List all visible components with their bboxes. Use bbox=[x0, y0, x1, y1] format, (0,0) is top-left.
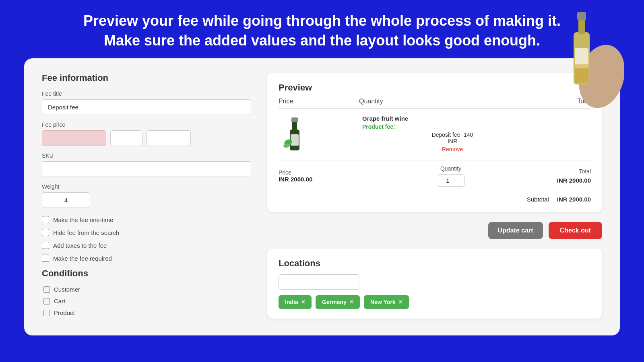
condition-product-checkbox[interactable] bbox=[43, 310, 50, 316]
product-fee-label: Product fee: bbox=[362, 123, 543, 130]
fee-title-label: Fee title bbox=[42, 90, 251, 97]
locations-title: Locations bbox=[279, 258, 591, 269]
checkbox-group: Make the fee one-time Hide fee from the … bbox=[42, 216, 251, 262]
sku-label: SKU bbox=[42, 152, 251, 159]
location-search-input[interactable] bbox=[279, 274, 359, 290]
location-tag-india[interactable]: India × bbox=[279, 295, 312, 309]
total-col: Total INR 2000.00 bbox=[543, 168, 591, 184]
condition-cart-checkbox[interactable] bbox=[43, 298, 50, 304]
weight-label: Weight bbox=[42, 183, 251, 190]
checkbox-one-time-input[interactable] bbox=[42, 216, 49, 223]
price-value: INR 2000.00 bbox=[279, 176, 359, 183]
wine-bottle-image bbox=[279, 113, 311, 154]
locations-card: Locations India × Germany × New York × bbox=[267, 249, 602, 319]
total-value: INR 2000.00 bbox=[543, 177, 591, 184]
checkbox-required-input[interactable] bbox=[42, 255, 49, 262]
fee-price-currency-input[interactable] bbox=[110, 130, 142, 146]
quantity-input[interactable] bbox=[437, 174, 465, 187]
location-tag-newyork-remove[interactable]: × bbox=[399, 298, 402, 306]
fee-price-unit-input[interactable] bbox=[147, 130, 191, 146]
quantity-col: Quantity bbox=[359, 165, 543, 187]
fee-price-amount-input[interactable] bbox=[42, 130, 106, 146]
checkout-button[interactable]: Check out bbox=[549, 222, 602, 239]
condition-customer-checkbox[interactable] bbox=[43, 286, 50, 293]
product-info: Grape fruit wine Product fee: Deposit fe… bbox=[359, 115, 543, 152]
deposit-fee-text: Deposit fee- 140 INR bbox=[362, 132, 543, 144]
svg-rect-2 bbox=[578, 18, 585, 34]
location-tags: India × Germany × New York × bbox=[279, 295, 591, 309]
checkbox-add-taxes-input[interactable] bbox=[42, 242, 49, 249]
checkbox-hide-search[interactable]: Hide fee from the search bbox=[42, 229, 251, 236]
svg-rect-9 bbox=[291, 134, 299, 146]
conditions-list: Customer Cart Product bbox=[42, 286, 251, 316]
fee-price-row bbox=[42, 130, 251, 146]
preview-product-row: Grape fruit wine Product fee: Deposit fe… bbox=[279, 113, 591, 154]
checkbox-one-time-label: Make the fee one-time bbox=[53, 216, 113, 223]
checkbox-hide-search-label: Hide fee from the search bbox=[53, 229, 119, 236]
preview-price-row: Price INR 2000.00 Quantity Total INR 200… bbox=[279, 160, 591, 187]
svg-rect-3 bbox=[577, 12, 586, 20]
checkbox-hide-search-input[interactable] bbox=[42, 229, 49, 236]
condition-cart[interactable]: Cart bbox=[43, 298, 251, 304]
conditions-section: Conditions Customer Cart Product bbox=[42, 268, 251, 316]
svg-rect-5 bbox=[575, 64, 588, 82]
col-quantity-header: Quantity bbox=[359, 98, 543, 105]
svg-rect-8 bbox=[291, 117, 298, 122]
checkbox-add-taxes-label: Add taxes to the fee bbox=[53, 242, 107, 249]
checkbox-required-label: Make the fee required bbox=[53, 255, 112, 262]
fee-information-title: Fee information bbox=[42, 73, 251, 83]
price-col: Price INR 2000.00 bbox=[279, 169, 359, 183]
update-cart-button[interactable]: Update cart bbox=[488, 222, 543, 239]
checkbox-one-time[interactable]: Make the fee one-time bbox=[42, 216, 251, 223]
action-buttons: Update cart Check out bbox=[267, 222, 602, 239]
subtotal-label: Subtotal bbox=[527, 196, 549, 203]
main-card: Fee information Fee title Fee price SKU … bbox=[24, 58, 620, 335]
location-tag-newyork-label: New York bbox=[370, 299, 396, 305]
location-tag-germany[interactable]: Germany × bbox=[316, 295, 360, 309]
left-panel: Fee information Fee title Fee price SKU … bbox=[42, 73, 251, 321]
col-price-header: Price bbox=[279, 98, 359, 105]
hero-line2: Make sure the added values and the layou… bbox=[32, 31, 612, 51]
weight-input[interactable] bbox=[42, 192, 90, 208]
condition-customer-label: Customer bbox=[54, 286, 80, 293]
location-tag-india-label: India bbox=[285, 299, 298, 305]
bottle-illustration bbox=[539, 0, 624, 110]
fee-title-input[interactable] bbox=[42, 99, 251, 115]
condition-cart-label: Cart bbox=[54, 298, 65, 304]
total-label: Total bbox=[543, 168, 591, 175]
subtotal-row: Subtotal INR 2000.00 bbox=[279, 190, 591, 203]
fee-price-label: Fee price bbox=[42, 121, 251, 128]
checkbox-required[interactable]: Make the fee required bbox=[42, 255, 251, 262]
location-tag-india-remove[interactable]: × bbox=[301, 298, 305, 306]
sku-input[interactable] bbox=[42, 161, 251, 177]
location-tag-newyork[interactable]: New York × bbox=[364, 295, 409, 309]
checkbox-add-taxes[interactable]: Add taxes to the fee bbox=[42, 242, 251, 249]
condition-product[interactable]: Product bbox=[43, 309, 251, 316]
product-name: Grape fruit wine bbox=[362, 115, 543, 122]
condition-customer[interactable]: Customer bbox=[43, 286, 251, 293]
hero-line1: Preview your fee while going through the… bbox=[32, 11, 612, 31]
subtotal-value: INR 2000.00 bbox=[557, 196, 591, 203]
location-tag-germany-remove[interactable]: × bbox=[350, 298, 353, 306]
price-label: Price bbox=[279, 169, 359, 176]
condition-product-label: Product bbox=[54, 309, 75, 316]
remove-link[interactable]: Remove bbox=[362, 146, 543, 152]
location-tag-germany-label: Germany bbox=[322, 299, 347, 305]
quantity-label: Quantity bbox=[440, 165, 461, 172]
conditions-title: Conditions bbox=[42, 268, 251, 279]
